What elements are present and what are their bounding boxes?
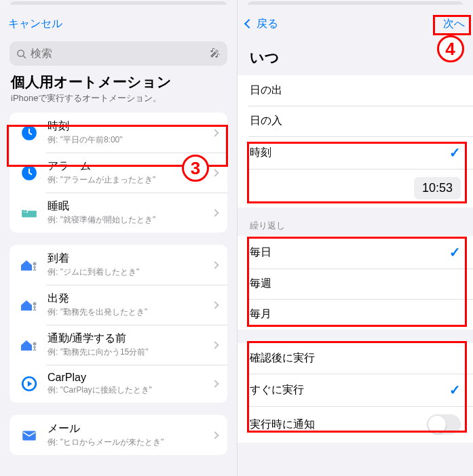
next-button[interactable]: 次へ: [443, 17, 465, 31]
exec-group: 確認後に実行 すぐに実行✓ 実行時に通知: [238, 343, 474, 443]
repeat-group: 毎日✓ 毎週 毎月: [238, 236, 474, 330]
row-sub: 例: "勤務先に向かう15分前": [48, 346, 212, 358]
exec-confirm[interactable]: 確認後に実行: [238, 343, 474, 374]
home-arrive-icon: [19, 255, 39, 275]
svg-line-1: [23, 56, 26, 58]
clock-icon: [19, 123, 39, 143]
header: キャンセル: [0, 9, 237, 39]
automation-list-screen: キャンセル 🎤︎ 個人用オートメーション iPhoneで実行するオートメーション…: [0, 0, 237, 476]
bed-icon: [19, 203, 39, 223]
notify-toggle[interactable]: [427, 414, 461, 435]
page-subtitle: iPhoneで実行するオートメーション。: [11, 92, 226, 104]
home-commute-icon: [19, 335, 39, 355]
trigger-sleep[interactable]: 睡眠例: "就寝準備が開始したとき": [10, 193, 227, 233]
title-block: 個人用オートメーション iPhoneで実行するオートメーション。: [0, 73, 237, 113]
time-picker-row[interactable]: 10:53: [238, 169, 474, 207]
row-sub: 例: "ヒロからメールが来たとき": [48, 437, 212, 448]
mail-icon: [19, 425, 39, 445]
search-bar[interactable]: 🎤︎: [10, 41, 227, 66]
option-sunset[interactable]: 日の入: [238, 106, 474, 136]
chevron-right-icon: [211, 209, 219, 216]
row-name: 出発: [48, 292, 212, 306]
svg-rect-7: [28, 210, 37, 213]
chevron-right-icon: [211, 341, 219, 349]
row-name: CarPlay: [48, 372, 212, 384]
chevron-left-icon: [244, 19, 253, 28]
clock-icon: [19, 163, 39, 183]
option-sunrise[interactable]: 日の出: [238, 75, 474, 106]
repeat-label: 繰り返し: [238, 207, 474, 236]
trigger-leave[interactable]: 出発例: "勤務先を出発したとき": [10, 285, 227, 325]
svg-point-10: [33, 342, 37, 345]
row-sub: 例: "ジムに到着したとき": [48, 266, 212, 278]
row-name: 睡眠: [48, 199, 212, 214]
trigger-arrive[interactable]: 到着例: "ジムに到着したとき": [10, 245, 227, 285]
repeat-weekly[interactable]: 毎週: [238, 269, 474, 299]
row-sub: 例: "就寝準備が開始したとき": [48, 214, 212, 226]
notify-row: 実行時に通知: [238, 406, 474, 443]
trigger-time[interactable]: 時刻例: "平日の午前8:00": [10, 113, 227, 153]
chevron-right-icon: [211, 431, 219, 439]
home-leave-icon: [19, 295, 39, 315]
mic-icon[interactable]: 🎤︎: [210, 47, 221, 60]
exec-immediate[interactable]: すぐに実行✓: [238, 374, 474, 406]
header: 戻る 次へ: [238, 9, 474, 39]
chevron-right-icon: [211, 129, 219, 136]
back-button[interactable]: 戻る: [246, 17, 278, 31]
row-name: 通勤/通学する前: [48, 332, 212, 346]
repeat-daily[interactable]: 毎日✓: [238, 236, 474, 269]
svg-point-9: [33, 302, 37, 305]
row-sub: 例: "CarPlayに接続したとき": [48, 384, 212, 396]
check-icon: ✓: [449, 244, 461, 260]
svg-point-8: [33, 262, 37, 265]
row-name: 到着: [48, 252, 212, 266]
carplay-icon: [19, 374, 39, 394]
card-stack-indicator: [0, 0, 237, 9]
trigger-carplay[interactable]: CarPlay例: "CarPlayに接続したとき": [10, 365, 227, 403]
row-sub: 例: "平日の午前8:00": [48, 134, 212, 146]
card-stack-indicator: [238, 0, 474, 9]
annotation-number-4: 4: [437, 35, 464, 62]
row-name: 時刻: [48, 119, 212, 134]
annotation-number-3: 3: [182, 155, 209, 182]
search-input[interactable]: [26, 47, 210, 60]
trigger-commute[interactable]: 通勤/通学する前例: "勤務先に向かう15分前": [10, 325, 227, 365]
check-icon: ✓: [449, 382, 461, 398]
repeat-monthly[interactable]: 毎月: [238, 299, 474, 330]
svg-point-6: [24, 210, 26, 212]
row-sub: 例: "勤務先を出発したとき": [48, 306, 212, 318]
time-value[interactable]: 10:53: [414, 177, 461, 199]
option-time[interactable]: 時刻✓: [238, 136, 474, 169]
time-config-screen: 戻る 次へ いつ 日の出 日の入 時刻✓ 10:53 繰り返し 毎日✓ 毎週 毎…: [237, 0, 474, 476]
chevron-right-icon: [211, 261, 219, 269]
chevron-right-icon: [211, 169, 219, 176]
row-name: メール: [48, 422, 212, 436]
comm-triggers-group: メール例: "ヒロからメールが来たとき": [10, 415, 227, 455]
trigger-mail[interactable]: メール例: "ヒロからメールが来たとき": [10, 415, 227, 455]
page-title: 個人用オートメーション: [11, 73, 226, 92]
when-options-group: 日の出 日の入 時刻✓ 10:53: [238, 75, 474, 207]
svg-point-0: [18, 49, 24, 56]
svg-rect-5: [22, 210, 24, 214]
chevron-right-icon: [211, 380, 219, 387]
location-triggers-group: 到着例: "ジムに到着したとき" 出発例: "勤務先を出発したとき" 通勤/通学…: [10, 245, 227, 403]
check-icon: ✓: [449, 144, 461, 161]
search-icon: [16, 49, 26, 59]
chevron-right-icon: [211, 301, 219, 309]
cancel-button[interactable]: キャンセル: [8, 17, 62, 31]
